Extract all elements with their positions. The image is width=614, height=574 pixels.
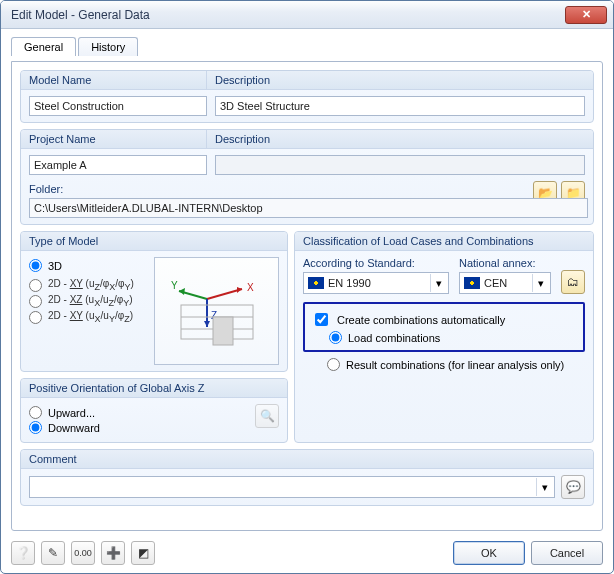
- classification-title: Classification of Load Cases and Combina…: [295, 232, 593, 251]
- footer-edit-button[interactable]: ✎: [41, 541, 65, 565]
- model-type-xy[interactable]: 2D - XY (uZ/φX/φY): [29, 278, 148, 292]
- model-desc-label: Description: [207, 71, 593, 89]
- model-type-xz-label: 2D - XZ (uX/uZ/φY): [48, 294, 133, 308]
- cube-icon: ◩: [138, 547, 149, 559]
- svg-line-0: [207, 289, 242, 299]
- annex-select[interactable]: CEN ▾: [459, 272, 551, 294]
- load-combinations-label: Load combinations: [348, 332, 440, 344]
- standard-value: EN 1990: [328, 277, 426, 289]
- load-combinations-radio[interactable]: [329, 331, 342, 344]
- orientation-downward[interactable]: Downward: [29, 421, 251, 434]
- orientation-upward-radio[interactable]: [29, 406, 42, 419]
- svg-rect-12: [213, 317, 233, 345]
- comment-title: Comment: [21, 450, 593, 469]
- ok-button[interactable]: OK: [453, 541, 525, 565]
- cube-plus-icon: ➕: [106, 547, 121, 559]
- folder-input: [29, 198, 588, 218]
- annex-value: CEN: [484, 277, 528, 289]
- model-type-xy-radio[interactable]: [29, 279, 42, 292]
- model-type-xy-label: 2D - XY (uZ/φX/φY): [48, 278, 134, 292]
- orientation-downward-radio[interactable]: [29, 421, 42, 434]
- orientation-upward[interactable]: Upward...: [29, 406, 251, 419]
- model-type-xz[interactable]: 2D - XZ (uX/uZ/φY): [29, 294, 148, 308]
- pencil-icon: ✎: [48, 547, 58, 559]
- result-combinations-radio[interactable]: [327, 358, 340, 371]
- model-desc-input[interactable]: [215, 96, 585, 116]
- annex-label: National annex:: [459, 257, 551, 269]
- cancel-button[interactable]: Cancel: [531, 541, 603, 565]
- create-auto-checkbox[interactable]: [315, 313, 328, 326]
- comment-input[interactable]: ▾: [29, 476, 555, 498]
- create-auto-checkbox-row[interactable]: Create combinations automatically: [311, 310, 577, 329]
- model-type-xz-radio[interactable]: [29, 295, 42, 308]
- model-name-label: Model Name: [21, 71, 207, 89]
- project-desc-input: [215, 155, 585, 175]
- chevron-down-icon: ▾: [430, 274, 446, 292]
- project-name-input[interactable]: [29, 155, 207, 175]
- chevron-down-icon-3: ▾: [536, 478, 552, 496]
- footer-model-button[interactable]: ◩: [131, 541, 155, 565]
- tab-general[interactable]: General: [11, 37, 76, 56]
- model-type-xy-wall[interactable]: 2D - XY (uX/uY/φZ): [29, 310, 148, 324]
- units-icon: 0.00: [74, 549, 92, 558]
- folder-label: Folder:: [29, 183, 519, 195]
- comment-pick-icon: 💬: [566, 481, 581, 493]
- according-label: According to Standard:: [303, 257, 449, 269]
- classification-settings-button[interactable]: 🗂: [561, 270, 585, 294]
- model-type-preview: X Y Z: [154, 257, 279, 365]
- load-combinations[interactable]: Load combinations: [329, 331, 577, 344]
- eu-flag-icon: [308, 277, 324, 289]
- help-icon: ❔: [16, 547, 31, 559]
- result-combinations-label: Result combinations (for linear analysis…: [346, 359, 564, 371]
- svg-text:Y: Y: [171, 280, 178, 291]
- project-desc-label: Description: [207, 130, 593, 148]
- model-type-xy-wall-label: 2D - XY (uX/uY/φZ): [48, 310, 133, 324]
- footer-units-button[interactable]: 0.00: [71, 541, 95, 565]
- chevron-down-icon-2: ▾: [532, 274, 548, 292]
- create-combinations-highlight: Create combinations automatically Load c…: [303, 302, 585, 352]
- svg-marker-4: [179, 288, 185, 295]
- help-button[interactable]: ❔: [11, 541, 35, 565]
- standard-select[interactable]: EN 1990 ▾: [303, 272, 449, 294]
- model-type-3d[interactable]: 3D: [29, 259, 148, 272]
- model-type-xy-wall-radio[interactable]: [29, 311, 42, 324]
- footer-add-button[interactable]: ➕: [101, 541, 125, 565]
- project-name-label: Project Name: [21, 130, 207, 148]
- orientation-title: Positive Orientation of Global Axis Z: [21, 379, 287, 398]
- comment-pick-button[interactable]: 💬: [561, 475, 585, 499]
- tab-history[interactable]: History: [78, 37, 138, 56]
- orientation-upward-label: Upward...: [48, 407, 95, 419]
- svg-text:X: X: [247, 282, 254, 293]
- settings-icon: 🗂: [567, 276, 579, 288]
- model-name-input[interactable]: [29, 96, 207, 116]
- create-auto-label: Create combinations automatically: [337, 314, 505, 326]
- eu-flag-icon-2: [464, 277, 480, 289]
- window-title: Edit Model - General Data: [11, 8, 565, 22]
- model-type-3d-radio[interactable]: [29, 259, 42, 272]
- type-of-model-title: Type of Model: [21, 232, 287, 251]
- svg-marker-7: [204, 321, 210, 327]
- result-combinations[interactable]: Result combinations (for linear analysis…: [327, 358, 585, 371]
- model-type-3d-label: 3D: [48, 260, 62, 272]
- orientation-downward-label: Downward: [48, 422, 100, 434]
- magnify-icon: 🔍: [260, 410, 275, 422]
- close-button[interactable]: ✕: [565, 6, 607, 24]
- orientation-info-button: 🔍: [255, 404, 279, 428]
- close-icon: ✕: [582, 8, 591, 21]
